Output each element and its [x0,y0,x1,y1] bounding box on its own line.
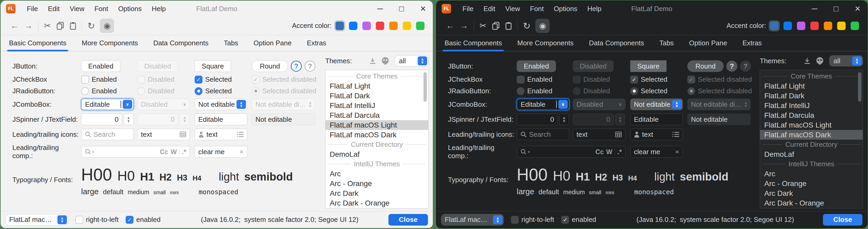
combobox-editable[interactable]: Editable ∨ [81,98,134,110]
radio-enabled[interactable] [517,87,525,95]
combobox-not-editable[interactable]: Not editable ∧∨ [630,98,683,110]
accent-color-swatch[interactable] [388,20,399,31]
download-icon[interactable] [369,57,376,64]
accent-color-swatch[interactable] [796,20,807,31]
forward-icon[interactable]: → [460,21,468,31]
clearable-input[interactable]: clear me × [630,146,683,158]
theme-list-item[interactable]: FlatLaf IntelliJ [326,101,428,110]
tab[interactable]: Data Components [587,35,646,51]
square-button[interactable]: Square [630,60,666,72]
search-dropdown-icon[interactable] [85,149,91,155]
scrollbar-thumb[interactable] [858,72,861,102]
github-icon[interactable] [381,57,390,65]
help-button[interactable]: ? [291,61,302,72]
enabled-checkbox[interactable]: ✓ enabled [126,216,161,224]
theme-list-item[interactable]: Arc [760,169,863,179]
theme-list-item[interactable]: Carbon [326,208,428,208]
chevron-updown-icon[interactable]: ∧∨ [493,215,502,224]
tab[interactable]: Data Components [151,35,210,51]
maximize-icon[interactable]: □ [399,5,404,13]
refresh-icon[interactable]: ↻ [87,21,95,31]
show-hidden-toggle[interactable]: ◉ [535,19,550,33]
theme-list-item[interactable]: FlatLaf macOS Light [760,120,863,130]
textfield-editable[interactable]: Editable [630,114,683,125]
match-case-button[interactable]: Cc [160,148,168,156]
tab[interactable]: Tabs [658,35,676,51]
menu-item[interactable]: Options [113,5,147,13]
accent-color-swatch[interactable] [782,20,793,31]
scrollbar-thumb[interactable] [424,72,427,102]
accent-color-swatch[interactable] [809,20,820,31]
themes-filter-combobox[interactable]: all ∧∨ [829,55,863,66]
back-icon[interactable]: ← [446,21,454,31]
forward-icon[interactable]: → [25,21,33,31]
close-icon[interactable]: × [420,4,426,13]
whole-word-button[interactable]: W [606,148,613,156]
theme-list-item[interactable]: Current Directory [760,140,863,149]
theme-list-item[interactable]: Arc - Orange [326,179,428,189]
theme-list-item[interactable]: FlatLaf Darcula [760,110,863,120]
download-icon[interactable] [804,57,811,64]
rtl-checkbox[interactable]: right-to-left [75,216,119,224]
theme-list-item[interactable]: FlatLaf macOS Dark [760,130,863,140]
accent-color-swatch[interactable] [836,20,847,31]
date-input[interactable]: text [573,128,625,140]
menu-item[interactable]: Edit [478,5,500,13]
accent-color-swatch[interactable] [849,20,860,31]
accent-color-swatch[interactable] [348,20,359,31]
theme-list-item[interactable]: FlatLaf IntelliJ [760,101,863,110]
square-button[interactable]: Square [195,60,231,72]
tab[interactable]: More Components [80,35,140,51]
help-button-disabled[interactable]: ? [740,61,751,72]
menu-item[interactable]: Help [147,5,170,13]
copy-icon[interactable] [492,22,500,30]
rtl-checkbox[interactable]: right-to-left [511,216,554,224]
enabled-checkbox[interactable]: ✓ enabled [561,216,596,224]
copy-icon[interactable] [57,22,64,30]
accent-color-swatch[interactable] [361,20,372,31]
close-button[interactable]: Close [389,214,428,226]
theme-list-item[interactable]: IntelliJ Themes [326,159,428,169]
accent-color-swatch[interactable] [415,20,426,31]
theme-list-item[interactable]: IntelliJ Themes [760,159,863,169]
chevron-updown-icon[interactable]: ∧∨ [237,100,246,109]
show-hidden-toggle[interactable]: ◉ [100,19,114,33]
help-button-disabled[interactable]: ? [304,61,315,72]
paste-icon[interactable] [70,22,76,30]
search-input[interactable]: Search [81,128,134,140]
search-dropdown-icon[interactable] [520,149,527,155]
theme-list-item[interactable]: Arc Dark [326,189,428,198]
tab[interactable]: Extras [741,35,764,51]
tab[interactable]: Tabs [222,35,240,51]
chevron-down-icon[interactable]: ∨ [123,100,132,109]
theme-list-item[interactable]: FlatLaf macOS Dark [326,130,428,140]
accent-color-swatch[interactable] [769,20,780,31]
list-icon[interactable] [672,132,679,137]
spinner[interactable]: 0 ∧∨ [517,114,569,125]
list-icon[interactable] [237,132,244,137]
theme-list-item[interactable]: Arc Dark - Orange [326,198,428,208]
combobox-not-editable[interactable]: Not editable ∧∨ [195,98,247,110]
tab[interactable]: Basic Components [7,35,68,51]
chevron-updown-icon[interactable]: ∧∨ [57,215,67,224]
round-button[interactable]: Round [687,60,724,72]
lookandfeel-combobox[interactable]: FlatLaf macOS D... ∧∨ [441,214,504,226]
tab[interactable]: Extras [305,35,328,51]
menu-item[interactable]: Font [90,5,113,13]
enabled-button[interactable]: Enabled [517,60,556,72]
theme-list-item[interactable]: FlatLaf Darcula [326,110,428,120]
whole-word-button[interactable]: W [170,148,177,156]
enabled-button[interactable]: Enabled [81,60,120,72]
minimize-icon[interactable]: ─ [812,5,817,13]
themes-filter-combobox[interactable]: all ∧∨ [395,55,429,66]
menu-item[interactable]: Help [582,5,606,13]
calendar-icon[interactable] [615,131,622,138]
lookandfeel-combobox[interactable]: FlatLaf macOS Li... ∧∨ [5,214,68,226]
theme-list-item[interactable]: DemoLaf [326,149,428,159]
search-with-options-input[interactable]: ▾ Cc W .* [517,146,625,158]
cut-icon[interactable]: ✂ [44,21,51,31]
checkbox-selected[interactable]: ✓ [195,76,203,84]
help-button[interactable]: ? [726,61,737,72]
theme-list-item[interactable]: DemoLaf [760,149,863,159]
theme-list-item[interactable]: Arc - Orange [760,179,863,189]
